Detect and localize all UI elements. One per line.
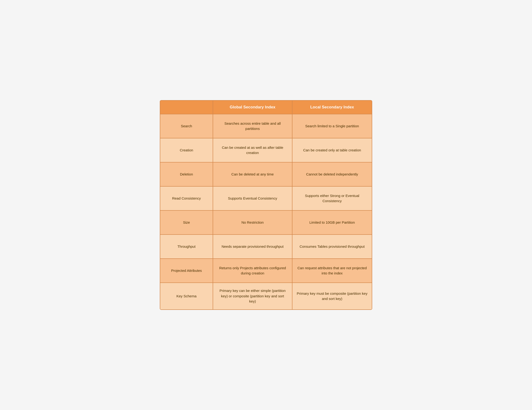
cell-feature: Read Consistency [160, 186, 213, 210]
table-row: SizeNo RestrictionLimited to 10GB per Pa… [160, 210, 372, 234]
table-row: DeletionCan be deleted at any timeCannot… [160, 162, 372, 186]
cell-gsi: Can be deleted at any time [213, 163, 293, 186]
cell-lsi: Cannot be deleted independently [293, 163, 372, 186]
table-header-row: Global Secondary Index Local Secondary I… [160, 101, 372, 114]
cell-feature: Deletion [160, 163, 213, 186]
header-lsi-col: Local Secondary Index [293, 101, 372, 114]
cell-gsi: Searches across entire table and all par… [213, 114, 293, 138]
table-row: SearchSearches across entire table and a… [160, 114, 372, 138]
table-row: ThroughputNeeds separate provisioned thr… [160, 234, 372, 258]
cell-gsi: Needs separate provisioned throughput [213, 235, 293, 258]
table-row: Key SchemaPrimary key can be either simp… [160, 283, 372, 309]
cell-lsi: Primary key must be composite (partition… [293, 283, 372, 309]
table-row: Read ConsistencySupports Eventual Consis… [160, 186, 372, 210]
cell-feature: Size [160, 211, 213, 234]
cell-feature: Creation [160, 138, 213, 162]
header-feature-col [160, 101, 213, 114]
cell-gsi: Can be created at as well as after table… [213, 138, 293, 162]
cell-lsi: Search limited to a Single partition [293, 114, 372, 138]
comparison-table: Global Secondary Index Local Secondary I… [160, 100, 372, 310]
cell-lsi: Supports either Strong or Eventual Consi… [293, 186, 372, 210]
header-gsi-col: Global Secondary Index [213, 101, 293, 114]
cell-feature: Throughput [160, 235, 213, 258]
cell-gsi: Primary key can be either simple (partit… [213, 283, 293, 309]
cell-feature: Search [160, 114, 213, 138]
cell-lsi: Consumes Tables provisioned throughput [293, 235, 372, 258]
table-row: CreationCan be created at as well as aft… [160, 138, 372, 162]
cell-feature: Key Schema [160, 283, 213, 309]
cell-lsi: Can request attributes that are not proj… [293, 259, 372, 283]
cell-lsi: Limited to 10GB per Partition [293, 211, 372, 234]
cell-lsi: Can be created only at table creation [293, 138, 372, 162]
cell-gsi: Supports Eventual Consistency [213, 186, 293, 210]
cell-gsi: Returns only Projects attributes configu… [213, 259, 293, 283]
cell-gsi: No Restriction [213, 211, 293, 234]
cell-feature: Projected Attributes [160, 259, 213, 283]
table-row: Projected AttributesReturns only Project… [160, 258, 372, 283]
